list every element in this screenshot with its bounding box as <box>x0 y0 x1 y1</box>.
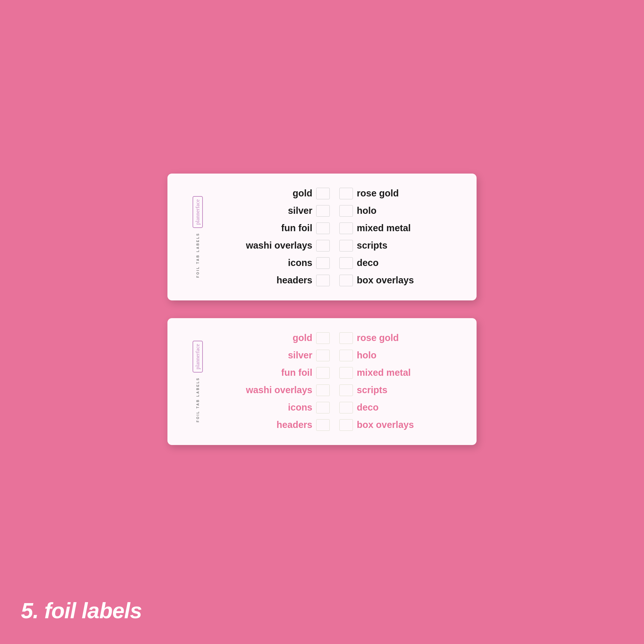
label-scripts-top: scripts <box>357 240 387 251</box>
grid-b-right-2: holo <box>339 350 457 361</box>
label-holo-top: holo <box>357 205 376 216</box>
card-bottom-sidebar: plannerface FOIL TAB LABELS <box>187 341 209 422</box>
page-title: 5. foil labels <box>21 598 142 623</box>
grid-b-left-5: icons <box>212 402 330 413</box>
grid-item-left-6: headers <box>212 275 330 286</box>
grid-item-left-5: icons <box>212 257 330 269</box>
tab-b-2 <box>316 350 330 361</box>
label-b-funfoil: fun foil <box>281 367 312 378</box>
tab-br-5 <box>339 402 353 413</box>
tab-box-5 <box>316 257 330 269</box>
grid-item-right-4: scripts <box>339 240 457 251</box>
label-b-headers: headers <box>277 420 312 430</box>
tab-box-r2 <box>339 205 353 217</box>
label-rose-gold-top: rose gold <box>357 188 399 199</box>
tab-box-r1 <box>339 188 353 199</box>
label-deco-top: deco <box>357 258 379 268</box>
foil-label-bottom: FOIL TAB LABELS <box>196 377 200 422</box>
tab-box-4 <box>316 240 330 251</box>
label-icons-top: icons <box>288 258 312 268</box>
grid-item-left-4: washi overlays <box>212 240 330 251</box>
label-b-icons: icons <box>288 402 312 413</box>
label-b-holo: holo <box>357 350 376 361</box>
tab-b-6 <box>316 419 330 431</box>
grid-b-left-1: gold <box>212 332 330 344</box>
label-b-box-overlays: box overlays <box>357 420 414 430</box>
grid-b-left-4: washi overlays <box>212 384 330 396</box>
tab-b-5 <box>316 402 330 413</box>
grid-b-left-6: headers <box>212 419 330 431</box>
tab-box-2 <box>316 205 330 217</box>
grid-b-right-4: scripts <box>339 384 457 396</box>
label-b-gold: gold <box>293 333 312 343</box>
label-b-mixed-metal: mixed metal <box>357 367 411 378</box>
grid-item-right-5: deco <box>339 257 457 269</box>
label-b-rose-gold: rose gold <box>357 333 399 343</box>
grid-b-right-3: mixed metal <box>339 367 457 379</box>
tab-box-r3 <box>339 223 353 234</box>
card-top-sidebar: plannerface FOIL TAB LABELS <box>187 196 209 278</box>
card-bottom: plannerface FOIL TAB LABELS gold rose go… <box>167 318 477 445</box>
tab-br-6 <box>339 419 353 431</box>
grid-b-left-3: fun foil <box>212 367 330 379</box>
label-gold-top: gold <box>293 188 312 199</box>
card-top-grid: gold rose gold silver holo fun foil <box>212 188 457 286</box>
tab-br-1 <box>339 332 353 344</box>
label-box-overlays-top: box overlays <box>357 275 414 286</box>
grid-item-right-1: rose gold <box>339 188 457 199</box>
grid-b-left-2: silver <box>212 350 330 361</box>
tab-box-r6 <box>339 275 353 286</box>
label-headers-top: headers <box>277 275 312 286</box>
tab-br-3 <box>339 367 353 379</box>
tab-br-4 <box>339 384 353 396</box>
grid-b-right-6: box overlays <box>339 419 457 431</box>
label-funfoil-top: fun foil <box>281 223 312 233</box>
grid-b-right-5: deco <box>339 402 457 413</box>
grid-item-right-3: mixed metal <box>339 223 457 234</box>
grid-item-right-6: box overlays <box>339 275 457 286</box>
tab-box-6 <box>316 275 330 286</box>
label-b-scripts: scripts <box>357 385 387 395</box>
brand-text-bottom: plannerface <box>195 344 201 369</box>
grid-b-right-1: rose gold <box>339 332 457 344</box>
tab-box-r5 <box>339 257 353 269</box>
label-silver-top: silver <box>288 205 312 216</box>
brand-box-bottom: plannerface <box>193 341 203 373</box>
label-b-silver: silver <box>288 350 312 361</box>
tab-b-4 <box>316 384 330 396</box>
foil-label-top: FOIL TAB LABELS <box>196 232 200 278</box>
brand-text-top: plannerface <box>195 199 201 225</box>
label-b-washi: washi overlays <box>246 385 312 395</box>
card-bottom-grid: gold rose gold silver holo fun foil <box>212 332 457 431</box>
tab-box-1 <box>316 188 330 199</box>
tab-box-3 <box>316 223 330 234</box>
grid-item-left-2: silver <box>212 205 330 217</box>
label-b-deco: deco <box>357 402 379 413</box>
grid-item-right-2: holo <box>339 205 457 217</box>
tab-b-3 <box>316 367 330 379</box>
label-washi-top: washi overlays <box>246 240 312 251</box>
grid-item-left-1: gold <box>212 188 330 199</box>
brand-box-top: plannerface <box>193 196 203 228</box>
grid-item-left-3: fun foil <box>212 223 330 234</box>
tab-b-1 <box>316 332 330 344</box>
tab-br-2 <box>339 350 353 361</box>
label-mixed-metal-top: mixed metal <box>357 223 411 233</box>
card-top: plannerface FOIL TAB LABELS gold rose go… <box>167 174 477 300</box>
tab-box-r4 <box>339 240 353 251</box>
